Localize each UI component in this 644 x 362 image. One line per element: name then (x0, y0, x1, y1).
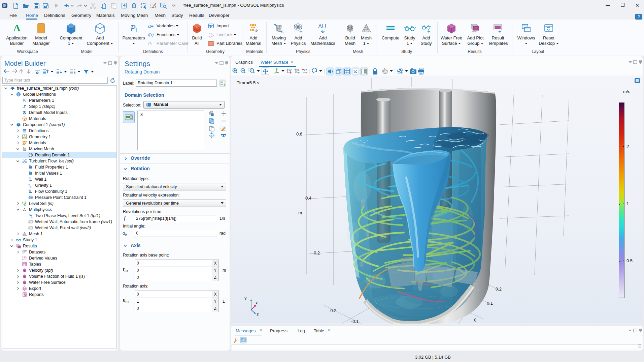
svg-text:D: D (29, 165, 30, 167)
svg-text:i: i (25, 100, 26, 102)
svg-text:x: x (256, 300, 258, 305)
svg-text:0.2: 0.2 (314, 250, 320, 255)
svg-text:0.1: 0.1 (487, 301, 493, 306)
svg-text:A: A (13, 22, 21, 33)
svg-text:DG: DG (29, 190, 31, 192)
svg-text:D: D (29, 171, 30, 173)
svg-text:-0.2: -0.2 (329, 308, 336, 313)
svg-text:f(x): f(x) (148, 33, 154, 37)
svg-text:D: D (28, 183, 30, 185)
svg-text:xz: xz (304, 68, 307, 72)
svg-text:a=: a= (148, 23, 154, 29)
svg-text:0.4: 0.4 (305, 195, 311, 201)
svg-text:z: z (257, 311, 259, 316)
svg-text:i: i (136, 27, 137, 33)
svg-text:0: 0 (474, 318, 476, 323)
svg-text:ΔU: ΔU (318, 23, 326, 30)
svg-text:GIF: GIF (24, 288, 27, 290)
svg-text:0.2: 0.2 (496, 286, 502, 292)
svg-text:-0.1: -0.1 (351, 319, 359, 324)
svg-text:yz: yz (296, 68, 300, 72)
svg-text:P: P (130, 23, 136, 33)
svg-text:P: P (22, 98, 25, 102)
svg-text:m: m (298, 210, 302, 215)
svg-text:0.6: 0.6 (296, 131, 302, 137)
svg-text:e-12: e-12 (22, 258, 27, 261)
svg-text:y: y (244, 295, 247, 300)
svg-text:Pi: Pi (148, 41, 152, 46)
svg-text:xy: xy (289, 68, 292, 72)
